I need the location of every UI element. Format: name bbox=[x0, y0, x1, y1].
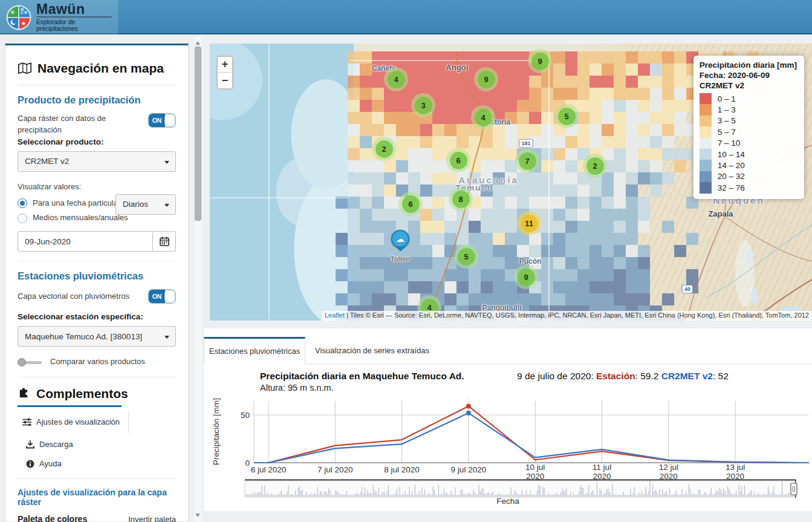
cluster-marker[interactable]: 4 bbox=[471, 105, 495, 129]
complementos-title: Complementos bbox=[18, 387, 176, 401]
map-legend: Precipitación diaria [mm] Fecha: 2020-06… bbox=[693, 56, 804, 199]
legend-class-row: 7 – 10 bbox=[700, 138, 797, 149]
legend-class-label: 7 – 10 bbox=[718, 139, 741, 148]
section-title-producto: Producto de precipitación bbox=[18, 94, 176, 106]
cluster-count: 7 bbox=[519, 152, 536, 170]
cluster-count: 8 bbox=[452, 191, 470, 208]
legend-date: Fecha: 2020-06-09 bbox=[700, 70, 797, 80]
legend-title: Precipitación diaria [mm] bbox=[700, 60, 797, 70]
cluster-count: 5 bbox=[458, 248, 475, 266]
selected-station-marker[interactable]: ☁ bbox=[391, 230, 409, 255]
scroll-down-arrow-icon[interactable] bbox=[195, 514, 200, 520]
legend-class-label: 14 – 20 bbox=[718, 161, 745, 170]
tab-ayuda[interactable]: Ayuda bbox=[18, 455, 176, 475]
x-tick-label: 12 jul bbox=[659, 463, 678, 472]
legend-class-row: 32 – 76 bbox=[700, 182, 797, 193]
compare-products-toggle[interactable]: Comparar varios productos bbox=[18, 356, 176, 368]
radio-icon bbox=[18, 198, 27, 208]
station-select[interactable]: Maquehue Temuco Ad. [380013] bbox=[18, 326, 176, 347]
sidebar: Navegación en mapa Producto de precipita… bbox=[5, 44, 189, 522]
legend-product: CR2MET v2 bbox=[700, 80, 797, 91]
scroll-up-arrow-icon[interactable] bbox=[195, 39, 200, 45]
leaflet-link[interactable]: Leaflet bbox=[325, 312, 345, 319]
panel-tabbar: Estaciones pluviométricas Visualización … bbox=[204, 337, 812, 364]
cluster-marker[interactable]: 11 bbox=[517, 211, 541, 235]
tab-descarga-label: Descarga bbox=[39, 440, 73, 449]
legend-class-label: 5 – 7 bbox=[718, 128, 736, 137]
download-icon bbox=[26, 440, 34, 449]
map-icon bbox=[18, 62, 32, 75]
map[interactable]: CañeteAngolVictoriaAraucaníaTemucoTolten… bbox=[210, 44, 812, 321]
cluster-marker[interactable]: 5 bbox=[554, 104, 579, 128]
x-tick-label: 13 jul bbox=[726, 463, 745, 472]
raster-layer-label: Capa ráster con datos de precipitación bbox=[18, 113, 126, 136]
highlight-point[interactable] bbox=[466, 411, 471, 416]
complementos-tabs: Ajustes de visualización Descarga Ayuda bbox=[18, 411, 176, 479]
tab-estaciones-pluviometricas[interactable]: Estaciones pluviométricas bbox=[204, 337, 305, 364]
cluster-count: 6 bbox=[450, 152, 467, 169]
frequency-select[interactable]: Diarios bbox=[115, 194, 176, 215]
complementos-title-label: Complementos bbox=[36, 387, 128, 401]
legend-class-label: 32 – 76 bbox=[718, 183, 745, 192]
legend-class-row: 3 – 5 bbox=[700, 116, 797, 126]
cluster-count: 11 bbox=[521, 215, 538, 232]
cluster-marker[interactable]: 6 bbox=[398, 192, 423, 216]
raster-layer-toggle[interactable]: ON bbox=[148, 113, 176, 128]
app-header: ✳ ★ Mawün Explorador de precipitaciones bbox=[0, 0, 812, 34]
radio-medios-label: Medios mensuales/anuales bbox=[33, 212, 128, 224]
station-select-value: Maquehue Temuco Ad. [380013] bbox=[25, 332, 142, 341]
date-input[interactable]: 09-Jun-2020 bbox=[18, 231, 153, 252]
tab-visualizacion-series[interactable]: Visualización de series extraídas bbox=[305, 337, 439, 364]
app-root: ✳ ★ Mawün Explorador de precipitaciones … bbox=[0, 0, 812, 522]
cluster-count: 5 bbox=[558, 108, 576, 125]
sidebar-title-label: Navegación en mapa bbox=[37, 61, 164, 76]
cluster-marker[interactable]: 5 bbox=[454, 244, 478, 269]
sidebar-scrollbar[interactable] bbox=[194, 36, 202, 522]
calendar-button[interactable] bbox=[153, 231, 176, 252]
tab-descarga[interactable]: Descarga bbox=[18, 433, 82, 455]
cluster-marker[interactable]: 9 bbox=[474, 67, 498, 91]
x-tick-label: 6 jul 2020 bbox=[251, 465, 287, 474]
cluster-marker[interactable]: 6 bbox=[446, 148, 470, 172]
attribution-separator: | bbox=[345, 312, 350, 319]
info-icon bbox=[26, 460, 34, 468]
product-select[interactable]: CR2MET v2 bbox=[18, 151, 176, 172]
invert-palette-label: Invertir paleta bbox=[128, 515, 176, 522]
zoom-out-button[interactable]: − bbox=[218, 73, 232, 88]
sidebar-title: Navegación en mapa bbox=[18, 61, 176, 76]
puzzle-icon bbox=[18, 387, 31, 400]
brand: ✳ ★ Mawün Explorador de precipitaciones bbox=[0, 0, 119, 34]
svg-text:★: ★ bbox=[21, 20, 26, 27]
precipitation-chart: 0506 jul 20207 jul 20208 jul 20209 jul 2… bbox=[204, 389, 812, 504]
legend-swatch bbox=[700, 126, 712, 137]
vector-layer-toggle[interactable]: ON bbox=[148, 289, 176, 304]
cluster-marker[interactable]: 8 bbox=[449, 187, 473, 211]
legend-class-row: 0 – 1 bbox=[700, 93, 797, 104]
legend-class-label: 1 – 3 bbox=[718, 105, 736, 114]
cluster-marker[interactable]: 7 bbox=[515, 149, 539, 173]
legend-class-row: 20 – 32 bbox=[700, 171, 797, 182]
highlight-point[interactable] bbox=[466, 403, 471, 408]
cluster-count: 9 bbox=[531, 53, 549, 70]
cluster-marker[interactable]: 4 bbox=[384, 67, 408, 91]
scrollbar-thumb[interactable] bbox=[195, 47, 201, 221]
cluster-marker[interactable]: 2 bbox=[372, 137, 396, 161]
cluster-marker[interactable]: 9 bbox=[528, 49, 552, 73]
radio-icon bbox=[18, 214, 27, 223]
toggle-on-label: ON bbox=[149, 290, 165, 303]
cluster-marker[interactable]: 2 bbox=[583, 154, 607, 178]
legend-class-label: 3 – 5 bbox=[718, 116, 736, 125]
cluster-marker[interactable]: 9 bbox=[514, 265, 538, 289]
cluster-marker[interactable]: 3 bbox=[411, 93, 435, 117]
zoom-in-button[interactable]: + bbox=[218, 57, 232, 73]
range-slider-handle[interactable] bbox=[791, 483, 797, 495]
select-station-label: Seleccionar estación específica: bbox=[18, 312, 176, 321]
chart-title: Precipitación diaria en Maquehue Temuco … bbox=[260, 371, 464, 382]
cluster-count: 4 bbox=[475, 109, 492, 126]
title-underline bbox=[18, 405, 122, 407]
date-value: 09-Jun-2020 bbox=[25, 237, 71, 246]
tab-ajustes-visualizacion[interactable]: Ajustes de visualización bbox=[18, 411, 129, 433]
legend-swatch bbox=[700, 138, 712, 149]
legend-swatch bbox=[700, 182, 712, 193]
legend-classes: 0 – 11 – 33 – 55 – 77 – 1010 – 1414 – 20… bbox=[700, 93, 797, 194]
